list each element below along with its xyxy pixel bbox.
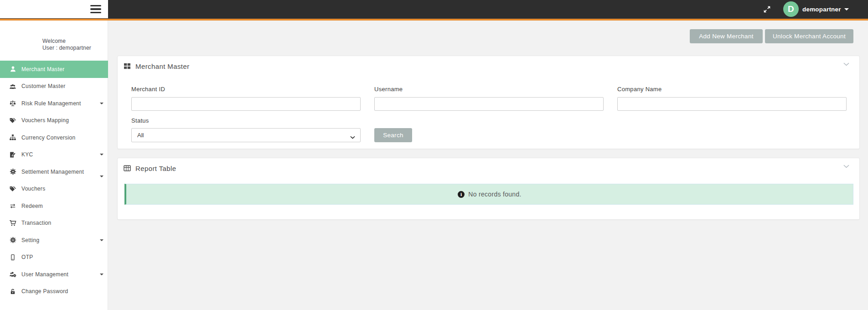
welcome-title: Welcome [42, 38, 91, 45]
sidebar-item-label: Customer Master [21, 83, 66, 89]
mobile-icon [9, 253, 17, 261]
sidebar-item-settlement-management[interactable]: Settlement Management [0, 163, 108, 181]
gear-icon [9, 168, 17, 176]
sidebar-item-customer-master[interactable]: Customer Master [0, 78, 108, 95]
sidebar-item-vouchers[interactable]: Vouchers [0, 181, 108, 198]
sidebar-item-label: Vouchers Mapping [21, 117, 69, 124]
sidebar-item-label: Redeem [21, 203, 43, 209]
merchant-id-input[interactable] [131, 97, 361, 111]
sidebar-item-label: Settlement Management [21, 169, 84, 175]
users-icon [9, 83, 17, 90]
sidebar-item-label: Currency Conversion [21, 134, 75, 141]
caret-down-icon [100, 103, 103, 104]
sidebar-item-redeem[interactable]: Redeem [0, 197, 108, 215]
search-button[interactable]: Search [374, 128, 412, 142]
main-content: Add New Merchant Unlock Merchant Account… [108, 21, 868, 310]
sidebar-item-label: Merchant Master [21, 66, 65, 72]
username-input[interactable] [374, 97, 604, 111]
sidebar-nav: Merchant MasterCustomer MasterRisk Rule … [0, 61, 108, 300]
username-label-field: Username [374, 86, 403, 93]
gear-icon [9, 237, 17, 244]
sidebar-item-merchant-master[interactable]: Merchant Master [0, 61, 108, 78]
collapse-chevron-icon[interactable] [842, 60, 850, 68]
no-records-alert: i No records found. [124, 184, 853, 205]
lock-icon [9, 288, 17, 295]
app-root: D demopartner Welcome User : demopartner… [0, 0, 868, 310]
topbar-sidebar-area [0, 0, 108, 18]
caret-down-icon [100, 274, 103, 275]
add-new-merchant-button[interactable]: Add New Merchant [690, 29, 763, 43]
sidebar-item-vouchers-mapping[interactable]: Vouchers Mapping [0, 112, 108, 129]
info-icon: i [458, 191, 465, 198]
merchant-id-label: Merchant ID [131, 86, 165, 93]
unlock-merchant-account-button[interactable]: Unlock Merchant Account [765, 29, 853, 43]
status-label: Status [131, 117, 149, 124]
sidebar-item-risk-rule-management[interactable]: Risk Rule Management [0, 95, 108, 112]
welcome-user: User : demopartner [42, 45, 91, 52]
sidebar-item-label: Vouchers [21, 186, 45, 192]
report-table-panel: Report Table i No records found. [117, 158, 860, 220]
company-name-input[interactable] [617, 97, 847, 111]
file-edit-icon [9, 151, 17, 158]
username-label: demopartner [802, 6, 841, 13]
sidebar-item-transaction[interactable]: Transaction [0, 215, 108, 232]
sidebar-item-label: Risk Rule Management [21, 100, 81, 107]
sidebar-item-change-password[interactable]: Change Password [0, 283, 108, 300]
sidebar-item-kyc[interactable]: KYC [0, 146, 108, 164]
merchant-master-panel: Merchant Master Merchant ID Username Com… [117, 56, 860, 149]
company-name-label: Company Name [617, 86, 662, 93]
status-select-wrap: All [131, 128, 361, 142]
merchant-master-panel-header: Merchant Master [118, 56, 859, 76]
sidebar-item-currency-conversion[interactable]: Currency Conversion [0, 129, 108, 146]
users-gear-icon [9, 271, 17, 278]
sidebar-item-setting[interactable]: Setting [0, 232, 108, 249]
status-select[interactable]: All [131, 128, 361, 142]
sidebar-item-label: Transaction [21, 220, 52, 226]
panel-title: Report Table [135, 165, 176, 172]
report-table-panel-header: Report Table [118, 158, 859, 178]
sidebar-item-label: Change Password [21, 288, 68, 294]
table-icon [124, 165, 131, 172]
sidebar-item-label: OTP [21, 254, 33, 260]
caret-down-icon [100, 154, 103, 155]
tags-icon [9, 185, 17, 192]
caret-down-icon [100, 176, 103, 177]
caret-down-icon [844, 8, 849, 10]
user-menu[interactable]: D demopartner [783, 0, 849, 18]
cart-icon [9, 219, 17, 227]
sitemap-icon [9, 134, 17, 141]
hamburger-menu-icon[interactable] [90, 5, 101, 13]
sidebar-item-otp[interactable]: OTP [0, 249, 108, 266]
sidebar-item-user-management[interactable]: User Management [0, 266, 108, 283]
sidebar: Welcome User : demopartner Merchant Mast… [0, 21, 108, 310]
caret-down-icon [100, 239, 103, 241]
sidebar-item-label: KYC [21, 151, 33, 158]
welcome-block: Welcome User : demopartner [42, 38, 91, 51]
user-icon [9, 66, 17, 73]
scales-icon [9, 100, 17, 107]
sidebar-item-label: Setting [21, 237, 39, 243]
collapse-chevron-icon[interactable] [842, 162, 850, 170]
avatar: D [783, 1, 799, 17]
topbar: D demopartner [0, 0, 868, 18]
panel-title: Merchant Master [135, 62, 190, 70]
fullscreen-expand-icon[interactable] [763, 5, 771, 13]
accent-line [0, 18, 868, 21]
grid-icon [124, 62, 131, 70]
no-records-text: No records found. [468, 191, 521, 198]
exchange-icon [9, 202, 17, 210]
tags-icon [9, 117, 17, 124]
sidebar-item-label: User Management [21, 271, 68, 278]
